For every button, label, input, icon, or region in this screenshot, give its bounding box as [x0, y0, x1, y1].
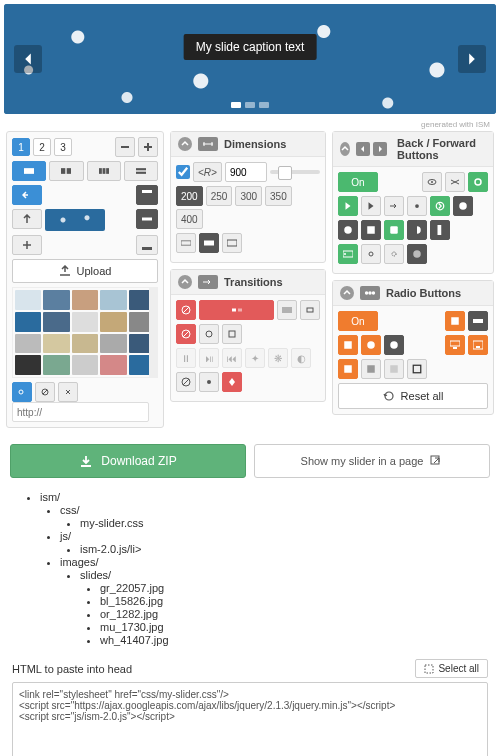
trans-dir-2[interactable]: [222, 372, 242, 392]
ratio-3[interactable]: [222, 233, 242, 253]
gallery-thumb[interactable]: [129, 334, 155, 354]
align-move[interactable]: [12, 235, 42, 255]
bf-style-5[interactable]: [430, 196, 450, 216]
rb-color-3[interactable]: [384, 359, 404, 379]
bg-mode-3[interactable]: [87, 161, 121, 181]
show-slider-button[interactable]: Show my slider in a page: [254, 444, 490, 478]
slide-tab-2[interactable]: 2: [33, 138, 51, 156]
bg-mode-4[interactable]: [124, 161, 158, 181]
gallery-thumb[interactable]: [100, 334, 126, 354]
gallery-thumb[interactable]: [72, 355, 98, 375]
rb-pos-1[interactable]: [445, 335, 465, 355]
ratio-1[interactable]: [176, 233, 196, 253]
slide-dot[interactable]: [245, 102, 255, 108]
rb-color-4[interactable]: [407, 359, 427, 379]
slide-dot[interactable]: [231, 102, 241, 108]
bf-pos-4[interactable]: [407, 244, 427, 264]
rb-toggle-on[interactable]: On: [338, 311, 378, 331]
responsive-checkbox[interactable]: [176, 165, 190, 179]
caption-pos-mid[interactable]: [136, 209, 158, 229]
align-left[interactable]: [12, 185, 42, 205]
bf-shape-4[interactable]: [407, 220, 427, 240]
bf-pos-3[interactable]: [384, 244, 404, 264]
url-input[interactable]: [12, 402, 149, 422]
rb-style-sq[interactable]: [445, 311, 465, 331]
gallery-thumb[interactable]: [15, 290, 41, 310]
gallery-thumb[interactable]: [129, 290, 155, 310]
bf-style-4[interactable]: [407, 196, 427, 216]
trans-eff-2[interactable]: ⏯: [199, 348, 219, 368]
width-300[interactable]: 300: [235, 186, 262, 206]
width-350[interactable]: 350: [265, 186, 292, 206]
bf-shape-3[interactable]: [384, 220, 404, 240]
width-slider[interactable]: [270, 170, 320, 174]
gallery-thumb[interactable]: [100, 355, 126, 375]
caption-pos-bottom[interactable]: [136, 235, 158, 255]
width-400[interactable]: 400: [176, 209, 203, 229]
rb-color-1[interactable]: [338, 359, 358, 379]
width-250[interactable]: 250: [206, 186, 233, 206]
trans-opt-c[interactable]: [222, 324, 242, 344]
trans-eff-6[interactable]: ◐: [291, 348, 311, 368]
width-200[interactable]: 200: [176, 186, 203, 206]
trans-eff-5[interactable]: ❋: [268, 348, 288, 368]
rb-color-2[interactable]: [361, 359, 381, 379]
collapse-icon[interactable]: [178, 275, 192, 289]
bf-shape-2[interactable]: [361, 220, 381, 240]
link-type-none[interactable]: [35, 382, 55, 402]
slide-tab-3[interactable]: 3: [54, 138, 72, 156]
rb-shape-1[interactable]: [338, 335, 358, 355]
gallery-thumb[interactable]: [43, 334, 69, 354]
bf-toggle-on[interactable]: On: [338, 172, 378, 192]
head-code-textarea[interactable]: [12, 682, 488, 756]
collapse-icon[interactable]: [340, 286, 354, 300]
remove-slide-button[interactable]: [115, 137, 135, 157]
bf-visible[interactable]: [422, 172, 442, 192]
bf-shape-1[interactable]: [338, 220, 358, 240]
rb-shape-3[interactable]: [384, 335, 404, 355]
select-all-button[interactable]: Select all: [415, 659, 488, 678]
add-slide-button[interactable]: [138, 137, 158, 157]
gallery-thumb[interactable]: [100, 312, 126, 332]
bf-pos-1[interactable]: [338, 244, 358, 264]
bf-pos-2[interactable]: [361, 244, 381, 264]
width-input[interactable]: [225, 162, 267, 182]
bg-mode-solid[interactable]: [12, 161, 46, 181]
upload-button[interactable]: Upload: [12, 259, 158, 283]
rb-style-bar[interactable]: [468, 311, 488, 331]
bf-hidden[interactable]: [445, 172, 465, 192]
slide-dot[interactable]: [259, 102, 269, 108]
gallery-thumb[interactable]: [43, 290, 69, 310]
trans-opt-b[interactable]: [199, 324, 219, 344]
gallery-thumb[interactable]: [15, 334, 41, 354]
gallery-thumb[interactable]: [72, 312, 98, 332]
rb-shape-2[interactable]: [361, 335, 381, 355]
gallery-thumb[interactable]: [43, 355, 69, 375]
bf-style-3[interactable]: [384, 196, 404, 216]
trans-opt-a[interactable]: [176, 324, 196, 344]
trans-slide[interactable]: [199, 300, 274, 320]
gallery-thumb[interactable]: [43, 312, 69, 332]
caption-pos-top[interactable]: [136, 185, 158, 205]
trans-dir-1[interactable]: [199, 372, 219, 392]
trans-eff-3[interactable]: ⏮: [222, 348, 242, 368]
trans-fade[interactable]: [277, 300, 297, 320]
prev-arrow[interactable]: [14, 45, 42, 73]
align-center[interactable]: [12, 209, 42, 229]
collapse-icon[interactable]: [178, 137, 192, 151]
gallery-thumb[interactable]: [72, 290, 98, 310]
gallery-thumb[interactable]: [15, 355, 41, 375]
ratio-2[interactable]: [199, 233, 219, 253]
slide-tab-1[interactable]: 1: [12, 138, 30, 156]
reset-all-button[interactable]: Reset all: [338, 383, 488, 409]
gallery-thumb[interactable]: [15, 312, 41, 332]
link-type-chain[interactable]: [58, 382, 78, 402]
bf-style-2[interactable]: [361, 196, 381, 216]
bf-style-6[interactable]: [453, 196, 473, 216]
trans-eff-1[interactable]: ⏸: [176, 348, 196, 368]
bf-auto[interactable]: [468, 172, 488, 192]
next-arrow[interactable]: [458, 45, 486, 73]
gallery-thumb[interactable]: [129, 355, 155, 375]
trans-eff-4[interactable]: ✦: [245, 348, 265, 368]
link-type-url[interactable]: [12, 382, 32, 402]
